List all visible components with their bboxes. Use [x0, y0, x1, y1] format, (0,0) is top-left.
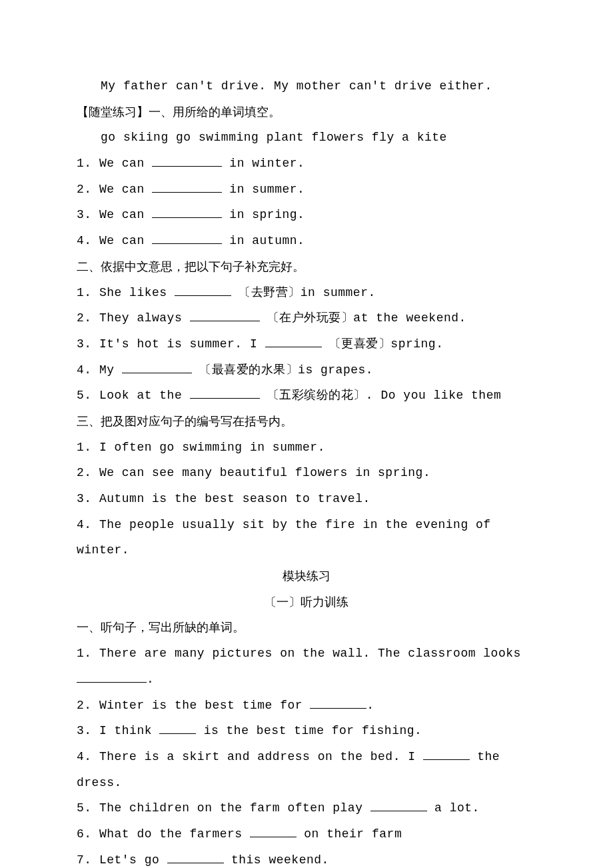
ex4-q4: 4. There is a skirt and address on the b… [77, 744, 536, 795]
ex2-q1-b: 〔去野营〕in summer. [231, 286, 376, 299]
ex2-q3-a: 3. It's hot is summer. I [77, 337, 265, 351]
blank [152, 166, 222, 167]
ex2-q4: 4. My 〔最喜爱的水果〕is grapes. [77, 357, 536, 383]
ex4-q7-b: this weekend. [224, 853, 329, 867]
ex4-q3: 3. I think is the best time for fishing. [77, 718, 536, 744]
blank [77, 682, 147, 683]
ex2-q3: 3. It's hot is summer. I 〔更喜爱〕spring. [77, 331, 536, 357]
ex4-q1: 1. There are many pictures on the wall. … [77, 641, 536, 692]
ex4-q2-a: 2. Winter is the best time for [77, 699, 310, 712]
ex2-q5-b: 〔五彩缤纷的花〕. Do you like them [260, 389, 502, 402]
ex4-q5-a: 5. The children on the farm often play [77, 801, 370, 815]
ex1-q1-a: 1. We can [77, 157, 152, 170]
ex4-q3-b: is the best time for fishing. [196, 724, 422, 737]
ex1-q4: 4. We can in autumn. [77, 228, 536, 254]
listening-section1-title: 一、听句子，写出所缺的单词。 [77, 615, 536, 641]
ex1-q2: 2. We can in summer. [77, 177, 536, 203]
ex1-q3-a: 3. We can [77, 208, 152, 221]
ex1-q3: 3. We can in spring. [77, 202, 536, 228]
ex2-q2-b: 〔在户外玩耍〕at the weekend. [260, 311, 466, 325]
ex4-q4-a: 4. There is a skirt and address on the b… [77, 750, 423, 763]
blank [250, 837, 297, 837]
ex1-q4-a: 4. We can [77, 234, 152, 247]
ex3-q2: 2. We can see many beautiful flowers in … [77, 460, 536, 486]
blank [152, 243, 222, 244]
ex2-q1: 1. She likes 〔去野营〕in summer. [77, 280, 536, 306]
ex1-q1: 1. We can in winter. [77, 151, 536, 177]
blank [310, 708, 366, 709]
ex1-q2-a: 2. We can [77, 183, 152, 196]
ex1-q2-b: in summer. [222, 183, 305, 196]
ex1-q1-b: in winter. [222, 157, 305, 170]
ex2-q1-a: 1. She likes [77, 286, 175, 299]
ex4-q2-b: . [366, 699, 374, 712]
blank [190, 398, 260, 399]
blank [152, 192, 222, 193]
ex2-q5-a: 5. Look at the [77, 389, 190, 402]
section3-title: 三、把及图对应句子的编号写在括号内。 [77, 409, 536, 435]
ex3-q3: 3. Autumn is the best season to travel. [77, 486, 536, 512]
ex2-q2-a: 2. They always [77, 311, 190, 325]
blank [265, 347, 322, 347]
module-title: 模块练习 [77, 563, 536, 589]
blank [175, 295, 231, 296]
word-bank: go skiing go swimming plant flowers fly … [77, 125, 536, 151]
blank [167, 863, 224, 863]
ex2-q2: 2. They always 〔在户外玩耍〕at the weekend. [77, 305, 536, 331]
blank [152, 217, 222, 218]
ex2-q4-b: 〔最喜爱的水果〕is grapes. [192, 363, 373, 377]
ex1-q3-b: in spring. [222, 208, 305, 221]
ex1-q4-b: in autumn. [222, 234, 305, 247]
intro-sentence: My father can't drive. My mother can't d… [77, 73, 536, 99]
ex4-q7: 7. Let's go this weekend. [77, 847, 536, 868]
ex4-q5: 5. The children on the farm often play a… [77, 795, 536, 821]
ex2-q4-a: 4. My [77, 363, 122, 377]
ex4-q6-a: 6. What do the farmers [77, 827, 250, 841]
blank [159, 733, 196, 734]
ex4-q1-a: 1. There are many pictures on the wall. … [77, 647, 521, 660]
ex4-q7-a: 7. Let's go [77, 853, 167, 867]
ex4-q6: 6. What do the farmers on their farm [77, 821, 536, 847]
ex4-q2: 2. Winter is the best time for . [77, 693, 536, 719]
blank [423, 759, 470, 760]
ex4-q6-b: on their farm [297, 827, 402, 841]
ex4-q1-b: . [147, 673, 154, 686]
ex2-q3-b: 〔更喜爱〕spring. [322, 337, 444, 351]
blank [370, 811, 427, 811]
ex4-q3-a: 3. I think [77, 724, 159, 737]
section2-title: 二、依据中文意思，把以下句子补充完好。 [77, 254, 536, 280]
ex4-q5-b: a lot. [427, 801, 480, 815]
blank [190, 321, 260, 321]
blank [122, 373, 192, 373]
ex3-q1: 1. I often go swimming in summer. [77, 435, 536, 461]
listening-title: 〔一〕听力训练 [77, 589, 536, 615]
classwork-title: 【随堂练习】一、用所给的单词填空。 [77, 99, 536, 125]
ex3-q4: 4. The people usually sit by the fire in… [77, 512, 536, 563]
ex2-q5: 5. Look at the 〔五彩缤纷的花〕. Do you like the… [77, 383, 536, 409]
